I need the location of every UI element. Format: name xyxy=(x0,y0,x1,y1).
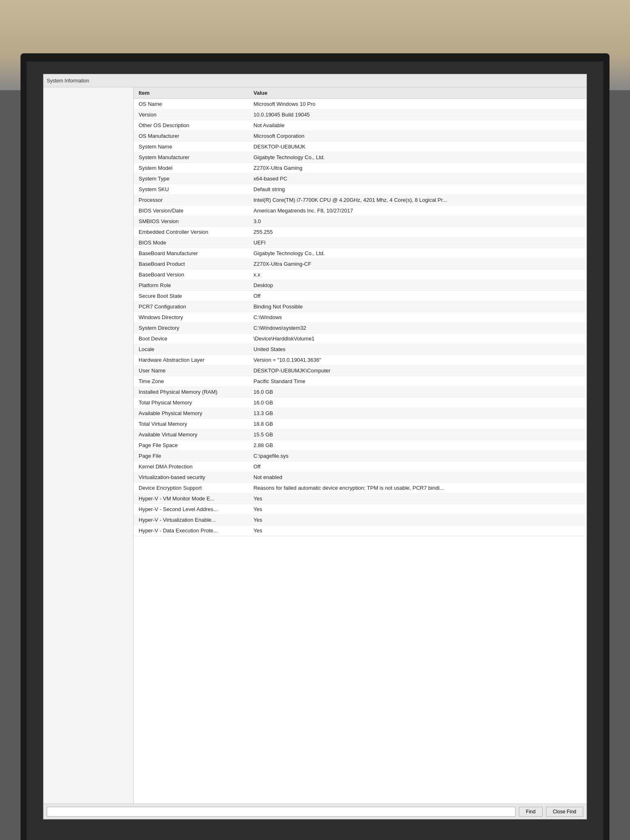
table-row: Device Encryption SupportReasons for fai… xyxy=(134,483,587,493)
row-value: 13.3 GB xyxy=(249,408,587,419)
table-row: BaseBoard Versionx.x xyxy=(134,269,587,280)
bottom-bar: Find Close Find xyxy=(43,803,587,819)
row-value: 16.0 GB xyxy=(249,397,587,408)
row-item: Processor xyxy=(134,195,249,205)
row-item: Windows Directory xyxy=(134,312,249,323)
row-value: x64-based PC xyxy=(249,173,587,184)
row-value: Reasons for failed automatic device encr… xyxy=(249,483,587,493)
table-row: BaseBoard ProductZ270X-Ultra Gaming-CF xyxy=(134,259,587,269)
table-row: System ModelZ270X-Ultra Gaming xyxy=(134,163,587,173)
window-content: Item Value OS NameMicrosoft Windows 10 P… xyxy=(43,87,587,803)
table-row: System SKUDefault string xyxy=(134,184,587,195)
row-value: C:\Windows xyxy=(249,312,587,323)
row-value: Yes xyxy=(249,525,587,536)
row-item: System SKU xyxy=(134,184,249,195)
table-row: SMBIOS Version3.0 xyxy=(134,216,587,227)
row-item: Hyper-V - Second Level Addres... xyxy=(134,504,249,515)
row-value: Microsoft Windows 10 Pro xyxy=(249,99,587,110)
table-row: ProcessorIntel(R) Core(TM) i7-7700K CPU … xyxy=(134,195,587,205)
row-item: BaseBoard Version xyxy=(134,269,249,280)
table-row: PCR7 ConfigurationBinding Not Possible xyxy=(134,301,587,312)
row-value: 15.5 GB xyxy=(249,429,587,440)
row-item: SMBIOS Version xyxy=(134,216,249,227)
row-value: Z270X-Ultra Gaming xyxy=(249,163,587,173)
row-item: Platform Role xyxy=(134,280,249,291)
row-value: 10.0.19045 Build 19045 xyxy=(249,110,587,120)
row-item: BIOS Mode xyxy=(134,237,249,248)
row-item: BIOS Version/Date xyxy=(134,205,249,216)
row-item: Virtualization-based security xyxy=(134,472,249,483)
table-row: BIOS Version/DateAmerican Megatrends Inc… xyxy=(134,205,587,216)
row-value: Gigabyte Technology Co., Ltd. xyxy=(249,248,587,259)
table-row: Available Physical Memory13.3 GB xyxy=(134,408,587,419)
msinfo-window: System Information Item Value xyxy=(43,74,587,819)
row-value: United States xyxy=(249,344,587,355)
table-row: OS ManufacturerMicrosoft Corporation xyxy=(134,131,587,142)
main-panel: Item Value OS NameMicrosoft Windows 10 P… xyxy=(134,87,587,803)
row-value: Desktop xyxy=(249,280,587,291)
table-row: LocaleUnited States xyxy=(134,344,587,355)
row-item: Kernel DMA Protection xyxy=(134,461,249,472)
window-title: System Information xyxy=(47,78,89,84)
row-value: x.x xyxy=(249,269,587,280)
table-row: Kernel DMA ProtectionOff xyxy=(134,461,587,472)
row-value: 3.0 xyxy=(249,216,587,227)
table-row: Version10.0.19045 Build 19045 xyxy=(134,110,587,120)
info-table-container[interactable]: Item Value OS NameMicrosoft Windows 10 P… xyxy=(134,87,587,803)
column-header-item: Item xyxy=(134,87,249,99)
table-row: Embedded Controller Version255.255 xyxy=(134,227,587,237)
table-row: Hyper-V - Second Level Addres...Yes xyxy=(134,504,587,515)
row-item: Time Zone xyxy=(134,376,249,387)
row-value: Not Available xyxy=(249,120,587,131)
find-input[interactable] xyxy=(47,807,516,817)
monitor-frame: System Information Item Value xyxy=(21,53,609,840)
table-row: User NameDESKTOP-UE8UMJK\Computer xyxy=(134,365,587,376)
table-row: BIOS ModeUEFI xyxy=(134,237,587,248)
table-row: System DirectoryC:\Windows\system32 xyxy=(134,323,587,333)
row-item: Secure Boot State xyxy=(134,291,249,301)
row-item: System Model xyxy=(134,163,249,173)
table-row: Platform RoleDesktop xyxy=(134,280,587,291)
column-header-value: Value xyxy=(249,87,587,99)
screen: System Information Item Value xyxy=(27,62,603,840)
close-find-button[interactable]: Close Find xyxy=(546,807,583,817)
table-row: Available Virtual Memory15.5 GB xyxy=(134,429,587,440)
row-item: Hyper-V - Virtualization Enable... xyxy=(134,515,249,525)
row-value: Microsoft Corporation xyxy=(249,131,587,142)
row-item: BaseBoard Manufacturer xyxy=(134,248,249,259)
row-value: Yes xyxy=(249,504,587,515)
row-item: Hardware Abstraction Layer xyxy=(134,355,249,365)
row-item: Version xyxy=(134,110,249,120)
row-value: 18.8 GB xyxy=(249,419,587,429)
row-value: C:\Windows\system32 xyxy=(249,323,587,333)
row-item: Hyper-V - Data Execution Prote... xyxy=(134,525,249,536)
row-item: System Name xyxy=(134,142,249,152)
row-item: Total Virtual Memory xyxy=(134,419,249,429)
row-item: Available Virtual Memory xyxy=(134,429,249,440)
row-value: Off xyxy=(249,291,587,301)
row-item: Page File xyxy=(134,451,249,461)
find-button[interactable]: Find xyxy=(519,807,542,817)
table-row: Page FileC:\pagefile.sys xyxy=(134,451,587,461)
row-item: Locale xyxy=(134,344,249,355)
row-item: Installed Physical Memory (RAM) xyxy=(134,387,249,397)
row-item: Available Physical Memory xyxy=(134,408,249,419)
row-value: Yes xyxy=(249,493,587,504)
table-row: Hyper-V - VM Monitor Mode E...Yes xyxy=(134,493,587,504)
row-item: User Name xyxy=(134,365,249,376)
table-row: BaseBoard ManufacturerGigabyte Technolog… xyxy=(134,248,587,259)
row-value: Z270X-Ultra Gaming-CF xyxy=(249,259,587,269)
table-row: Hardware Abstraction LayerVersion = "10.… xyxy=(134,355,587,365)
row-value: Yes xyxy=(249,515,587,525)
row-value: Version = "10.0.19041.3636" xyxy=(249,355,587,365)
window-titlebar: System Information xyxy=(43,74,587,87)
row-item: Total Physical Memory xyxy=(134,397,249,408)
table-row: Total Virtual Memory18.8 GB xyxy=(134,419,587,429)
table-row: Time ZonePacific Standard Time xyxy=(134,376,587,387)
row-item: System Type xyxy=(134,173,249,184)
table-row: System ManufacturerGigabyte Technology C… xyxy=(134,152,587,163)
table-row: Hyper-V - Virtualization Enable...Yes xyxy=(134,515,587,525)
row-value: Intel(R) Core(TM) i7-7700K CPU @ 4.20GHz… xyxy=(249,195,587,205)
row-value: Binding Not Possible xyxy=(249,301,587,312)
row-item: Boot Device xyxy=(134,333,249,344)
